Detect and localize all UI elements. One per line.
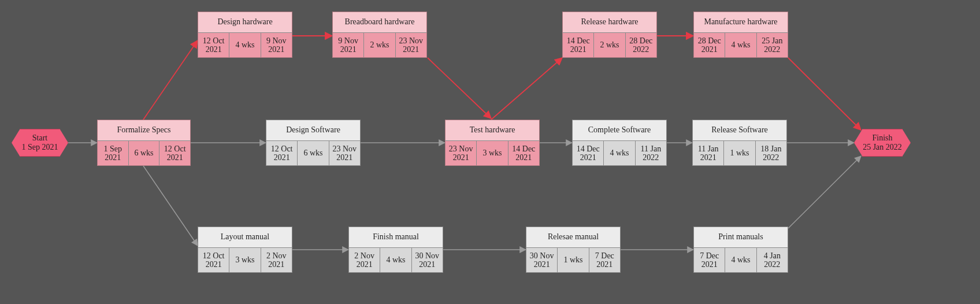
task-start: 2 Nov 2021 bbox=[349, 248, 380, 272]
edge-formalize-layout bbox=[143, 166, 198, 246]
task-finish-manual: Finish manual 2 Nov 2021 4 wks 30 Nov 20… bbox=[348, 227, 443, 273]
task-duration: 4 wks bbox=[380, 248, 411, 272]
task-title: Release hardware bbox=[563, 12, 656, 33]
start-node: Start 1 Sep 2021 bbox=[12, 129, 68, 157]
task-print-manuals: Print manuals 7 Dec 2021 4 wks 4 Jan 202… bbox=[693, 227, 788, 273]
task-title: Complete Software bbox=[573, 120, 666, 141]
task-start: 1 Sep 2021 bbox=[98, 141, 128, 165]
start-date: 1 Sep 2021 bbox=[22, 143, 58, 152]
task-start: 14 Dec 2021 bbox=[573, 141, 603, 165]
task-end: 23 Nov 2021 bbox=[329, 141, 360, 165]
edge-breadboard-testhw bbox=[428, 58, 491, 118]
start-label: Start bbox=[32, 134, 47, 143]
task-duration: 2 wks bbox=[593, 33, 625, 57]
edge-testhw-releasehw bbox=[491, 58, 562, 120]
task-design-software: Design Software 12 Oct 2021 6 wks 23 Nov… bbox=[266, 120, 361, 166]
task-duration: 6 wks bbox=[128, 141, 159, 165]
task-title: Layout manual bbox=[198, 227, 292, 248]
task-title: Design hardware bbox=[198, 12, 292, 33]
task-duration: 1 wks bbox=[557, 248, 588, 272]
task-end: 4 Jan 2022 bbox=[756, 248, 788, 272]
edge-formalize-designhw bbox=[143, 40, 198, 120]
task-breadboard-hardware: Breadboard hardware 9 Nov 2021 2 wks 23 … bbox=[332, 12, 427, 58]
task-start: 23 Nov 2021 bbox=[446, 141, 476, 165]
task-duration: 2 wks bbox=[363, 33, 395, 57]
task-start: 28 Dec 2021 bbox=[694, 33, 725, 57]
task-design-hardware: Design hardware 12 Oct 2021 4 wks 9 Nov … bbox=[198, 12, 292, 58]
task-title: Finish manual bbox=[349, 227, 443, 248]
task-title: Formalize Specs bbox=[98, 120, 190, 141]
finish-date: 25 Jan 2022 bbox=[863, 143, 902, 152]
task-duration: 4 wks bbox=[725, 248, 756, 272]
task-title: Test hardware bbox=[446, 120, 539, 141]
task-end: 9 Nov 2021 bbox=[261, 33, 292, 57]
task-title: Relesae manual bbox=[526, 227, 620, 248]
task-start: 9 Nov 2021 bbox=[333, 33, 363, 57]
task-duration: 6 wks bbox=[297, 141, 328, 165]
task-title: Print manuals bbox=[694, 227, 788, 248]
task-release-hardware: Release hardware 14 Dec 2021 2 wks 28 De… bbox=[562, 12, 657, 58]
task-manufacture-hardware: Manufacture hardware 28 Dec 2021 4 wks 2… bbox=[693, 12, 788, 58]
task-release-manual: Relesae manual 30 Nov 2021 1 wks 7 Dec 2… bbox=[526, 227, 621, 273]
task-end: 11 Jan 2022 bbox=[635, 141, 666, 165]
task-duration: 3 wks bbox=[476, 141, 507, 165]
task-duration: 4 wks bbox=[229, 33, 260, 57]
task-test-hardware: Test hardware 23 Nov 2021 3 wks 14 Dec 2… bbox=[445, 120, 540, 166]
task-title: Release Software bbox=[693, 120, 786, 141]
task-start: 30 Nov 2021 bbox=[526, 248, 557, 272]
finish-node: Finish 25 Jan 2022 bbox=[854, 129, 911, 157]
task-start: 12 Oct 2021 bbox=[266, 141, 297, 165]
task-end: 7 Dec 2021 bbox=[589, 248, 620, 272]
task-start: 14 Dec 2021 bbox=[563, 33, 593, 57]
task-title: Design Software bbox=[266, 120, 360, 141]
task-start: 12 Oct 2021 bbox=[198, 248, 229, 272]
edge-manufhw-finish bbox=[788, 58, 861, 130]
pert-chart: Start 1 Sep 2021 Finish 25 Jan 2022 Form… bbox=[0, 0, 980, 304]
task-end: 28 Dec 2022 bbox=[625, 33, 656, 57]
task-end: 23 Nov 2021 bbox=[395, 33, 426, 57]
task-title: Manufacture hardware bbox=[694, 12, 788, 33]
task-formalize-specs: Formalize Specs 1 Sep 2021 6 wks 12 Oct … bbox=[97, 120, 191, 166]
task-end: 30 Nov 2021 bbox=[411, 248, 443, 272]
task-title: Breadboard hardware bbox=[333, 12, 426, 33]
edge-printman-finish bbox=[788, 156, 861, 228]
task-layout-manual: Layout manual 12 Oct 2021 3 wks 2 Nov 20… bbox=[198, 227, 292, 273]
finish-label: Finish bbox=[872, 134, 892, 143]
task-release-software: Release Software 11 Jan 2021 1 wks 18 Ja… bbox=[692, 120, 787, 166]
task-complete-software: Complete Software 14 Dec 2021 4 wks 11 J… bbox=[572, 120, 667, 166]
task-duration: 4 wks bbox=[725, 33, 756, 57]
task-end: 25 Jan 2022 bbox=[756, 33, 788, 57]
task-start: 11 Jan 2021 bbox=[693, 141, 723, 165]
task-start: 12 Oct 2021 bbox=[198, 33, 229, 57]
task-duration: 3 wks bbox=[229, 248, 260, 272]
task-end: 14 Dec 2021 bbox=[508, 141, 539, 165]
task-end: 2 Nov 2021 bbox=[261, 248, 292, 272]
task-end: 18 Jan 2022 bbox=[755, 141, 786, 165]
task-start: 7 Dec 2021 bbox=[694, 248, 725, 272]
task-duration: 1 wks bbox=[723, 141, 755, 165]
task-end: 12 Oct 2021 bbox=[159, 141, 190, 165]
task-duration: 4 wks bbox=[603, 141, 634, 165]
